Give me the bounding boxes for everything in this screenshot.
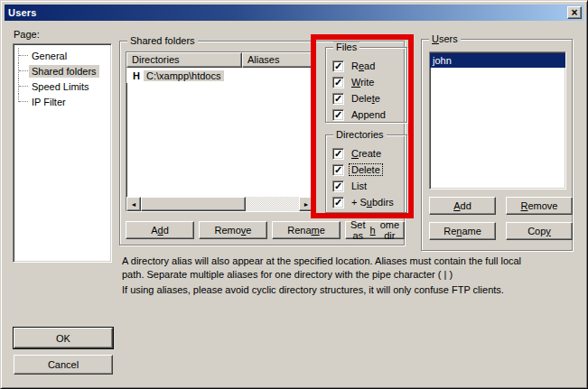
scroll-right-button[interactable]: ►: [299, 197, 313, 211]
copy-user-button[interactable]: Copy: [506, 222, 573, 240]
delete-file-checkbox[interactable]: ✓: [332, 93, 344, 105]
page-tree: General Shared folders Speed Limits IP F…: [13, 43, 112, 263]
checkbox-row-read[interactable]: ✓ Read: [332, 59, 377, 73]
horizontal-scrollbar[interactable]: ◄ ►: [126, 197, 313, 211]
add-folder-button[interactable]: Add: [126, 221, 194, 239]
users-dialog: Users × Page: General Shared folders Spe…: [0, 0, 588, 389]
check-icon: ✓: [334, 61, 342, 70]
column-header-directories[interactable]: Directories: [126, 52, 242, 68]
tree-item-label[interactable]: IP Filter: [29, 96, 69, 108]
check-icon: ✓: [334, 198, 342, 207]
checkbox-row-create[interactable]: ✓ Create: [332, 146, 383, 161]
write-checkbox[interactable]: ✓: [332, 77, 344, 88]
tree-item-speed-limits[interactable]: Speed Limits: [14, 79, 111, 94]
checkbox-row-write[interactable]: ✓ Write: [332, 75, 376, 89]
tree-connector: [18, 79, 29, 94]
close-icon: ×: [571, 8, 577, 17]
append-checkbox[interactable]: ✓: [332, 109, 344, 121]
list-checkbox-label: List: [350, 181, 369, 191]
tree-item-general[interactable]: General: [14, 48, 111, 63]
tree-item-shared-folders[interactable]: Shared folders: [14, 63, 111, 79]
tree-connector: [18, 94, 29, 109]
subdirs-checkbox[interactable]: ✓: [332, 197, 344, 208]
tree-item-label[interactable]: Shared folders: [29, 65, 99, 78]
delete-dir-checkbox[interactable]: ✓: [332, 164, 344, 176]
checkbox-row-list[interactable]: ✓ List: [332, 179, 369, 193]
directories-group-label: Directories: [333, 129, 387, 140]
arrow-left-icon: ◄: [131, 201, 137, 208]
check-icon: ✓: [334, 78, 342, 87]
tree-connector: [18, 63, 29, 79]
directory-row[interactable]: H C:\xampp\htdocs: [126, 68, 313, 83]
add-user-button[interactable]: Add: [429, 197, 496, 215]
directories-permissions-group: Directories ✓ Create ✓ Delete ✓ List ✓ +…: [325, 134, 407, 213]
users-group-label: Users: [429, 33, 461, 44]
arrow-right-icon: ►: [303, 201, 310, 208]
scroll-left-button[interactable]: ◄: [126, 197, 141, 211]
home-marker: H: [126, 70, 144, 81]
alias-help-text-line2: path. Separate multiple aliases for one …: [122, 269, 453, 280]
check-icon: ✓: [334, 149, 342, 158]
subdirs-checkbox-label: + Subdirs: [350, 197, 396, 208]
files-group-label: Files: [333, 42, 359, 52]
append-checkbox-label: Append: [350, 109, 387, 120]
close-button[interactable]: ×: [567, 6, 582, 19]
check-icon: ✓: [334, 165, 342, 174]
checkbox-row-subdirs[interactable]: ✓ + Subdirs: [332, 195, 396, 209]
user-list-item[interactable]: john: [430, 53, 565, 68]
title-bar[interactable]: Users ×: [5, 5, 583, 21]
alias-help-text-line3: If using aliases, please avoid cyclic di…: [122, 284, 504, 295]
listview-header: Directories Aliases: [126, 52, 313, 68]
check-icon: ✓: [334, 94, 342, 103]
ok-button[interactable]: OK: [14, 328, 113, 348]
page-label: Page:: [14, 29, 40, 40]
list-checkbox[interactable]: ✓: [332, 181, 344, 192]
create-checkbox[interactable]: ✓: [332, 148, 344, 160]
remove-user-button[interactable]: Remove: [506, 197, 573, 215]
check-icon: ✓: [334, 110, 342, 119]
delete-dir-checkbox-label: Delete: [350, 164, 382, 175]
checkbox-row-delete-file[interactable]: ✓ Delete: [332, 91, 382, 106]
window-title: Users: [5, 7, 37, 18]
users-group: Users john Add Remove Rename Copy: [421, 39, 573, 251]
tree-connector: [18, 48, 29, 63]
set-as-home-dir-button[interactable]: Set as home dir: [345, 221, 405, 239]
rename-folder-button[interactable]: Rename: [272, 221, 341, 239]
tree-item-label[interactable]: Speed Limits: [29, 80, 92, 93]
files-permissions-group: Files ✓ Read ✓ Write ✓ Delete ✓ Append: [325, 47, 407, 123]
write-checkbox-label: Write: [350, 77, 376, 88]
cancel-button[interactable]: Cancel: [14, 355, 113, 375]
tree-item-ip-filter[interactable]: IP Filter: [14, 94, 111, 109]
scrollbar-thumb[interactable]: [141, 197, 246, 211]
checkbox-row-append[interactable]: ✓ Append: [332, 107, 387, 122]
delete-file-checkbox-label: Delete: [350, 93, 382, 104]
check-icon: ✓: [334, 181, 342, 190]
create-checkbox-label: Create: [350, 148, 383, 159]
remove-folder-button[interactable]: Remove: [199, 221, 267, 239]
read-checkbox[interactable]: ✓: [332, 60, 344, 72]
directory-path[interactable]: C:\xampp\htdocs: [144, 70, 224, 81]
directories-listview: Directories Aliases H C:\xampp\htdocs ◄ …: [126, 51, 314, 212]
column-header-aliases[interactable]: Aliases: [242, 52, 313, 68]
shared-folders-group-label: Shared folders: [127, 35, 198, 46]
alias-help-text-line1: A directory alias will also appear at th…: [122, 255, 521, 266]
users-listbox: john: [429, 51, 566, 190]
tree-item-label[interactable]: General: [29, 50, 70, 62]
rename-user-button[interactable]: Rename: [429, 222, 496, 240]
read-checkbox-label: Read: [350, 60, 377, 71]
checkbox-row-delete-dir[interactable]: ✓ Delete: [332, 162, 382, 177]
